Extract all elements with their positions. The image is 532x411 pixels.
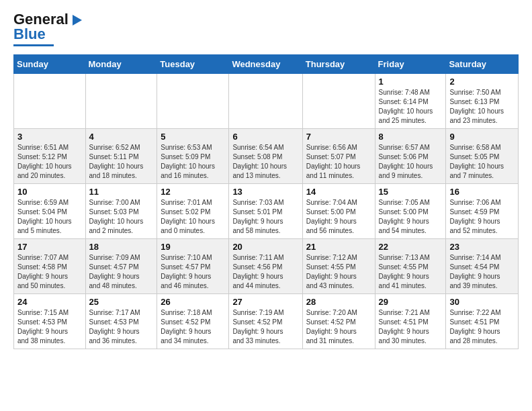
day-number: 3 xyxy=(17,132,82,142)
day-number: 18 xyxy=(89,242,154,252)
calendar-cell: 30Sunrise: 7:22 AM Sunset: 4:51 PM Dayli… xyxy=(446,294,519,349)
day-info: Sunrise: 6:58 AM Sunset: 5:05 PM Dayligh… xyxy=(449,143,515,181)
day-info: Sunrise: 7:50 AM Sunset: 6:13 PM Dayligh… xyxy=(449,88,515,126)
day-info: Sunrise: 6:51 AM Sunset: 5:12 PM Dayligh… xyxy=(17,143,82,181)
calendar-cell xyxy=(229,74,302,129)
calendar-week-4: 17Sunrise: 7:07 AM Sunset: 4:58 PM Dayli… xyxy=(14,239,519,294)
day-number: 15 xyxy=(379,187,443,197)
header: General Blue xyxy=(13,11,519,46)
calendar-cell: 4Sunrise: 6:52 AM Sunset: 5:11 PM Daylig… xyxy=(85,129,157,184)
day-info: Sunrise: 6:59 AM Sunset: 5:04 PM Dayligh… xyxy=(17,198,82,236)
day-number: 6 xyxy=(232,132,298,142)
day-info: Sunrise: 6:56 AM Sunset: 5:07 PM Dayligh… xyxy=(306,143,371,181)
calendar-cell: 13Sunrise: 7:03 AM Sunset: 5:01 PM Dayli… xyxy=(229,184,302,239)
svg-marker-0 xyxy=(73,15,82,26)
day-info: Sunrise: 7:05 AM Sunset: 5:00 PM Dayligh… xyxy=(379,198,443,236)
calendar-cell: 21Sunrise: 7:12 AM Sunset: 4:55 PM Dayli… xyxy=(302,239,375,294)
day-info: Sunrise: 6:57 AM Sunset: 5:06 PM Dayligh… xyxy=(379,143,443,181)
calendar-cell: 7Sunrise: 6:56 AM Sunset: 5:07 PM Daylig… xyxy=(302,129,375,184)
calendar-cell: 15Sunrise: 7:05 AM Sunset: 5:00 PM Dayli… xyxy=(375,184,446,239)
calendar-cell: 8Sunrise: 6:57 AM Sunset: 5:06 PM Daylig… xyxy=(375,129,446,184)
calendar-header-row: SundayMondayTuesdayWednesdayThursdayFrid… xyxy=(14,55,519,74)
day-info: Sunrise: 7:19 AM Sunset: 4:52 PM Dayligh… xyxy=(232,308,298,346)
logo-underline xyxy=(13,44,54,46)
day-header-tuesday: Tuesday xyxy=(157,55,229,74)
day-number: 11 xyxy=(89,187,154,197)
day-header-saturday: Saturday xyxy=(446,55,519,74)
calendar-cell: 27Sunrise: 7:19 AM Sunset: 4:52 PM Dayli… xyxy=(229,294,302,349)
day-number: 20 xyxy=(232,242,298,252)
day-info: Sunrise: 7:03 AM Sunset: 5:01 PM Dayligh… xyxy=(232,198,298,236)
day-header-thursday: Thursday xyxy=(302,55,375,74)
day-number: 30 xyxy=(449,297,515,307)
day-number: 1 xyxy=(379,77,443,87)
day-info: Sunrise: 7:22 AM Sunset: 4:51 PM Dayligh… xyxy=(449,308,515,346)
calendar-cell: 19Sunrise: 7:10 AM Sunset: 4:57 PM Dayli… xyxy=(157,239,229,294)
day-info: Sunrise: 7:14 AM Sunset: 4:54 PM Dayligh… xyxy=(449,253,515,291)
calendar-cell: 24Sunrise: 7:15 AM Sunset: 4:53 PM Dayli… xyxy=(14,294,86,349)
calendar-cell xyxy=(157,74,229,129)
day-info: Sunrise: 7:18 AM Sunset: 4:52 PM Dayligh… xyxy=(161,308,225,346)
calendar-cell xyxy=(14,74,86,129)
calendar-cell: 22Sunrise: 7:13 AM Sunset: 4:55 PM Dayli… xyxy=(375,239,446,294)
calendar-cell xyxy=(85,74,157,129)
calendar-week-1: 1Sunrise: 7:48 AM Sunset: 6:14 PM Daylig… xyxy=(14,74,519,129)
day-number: 14 xyxy=(306,187,371,197)
logo-text-blue: Blue xyxy=(13,26,46,43)
calendar-cell: 6Sunrise: 6:54 AM Sunset: 5:08 PM Daylig… xyxy=(229,129,302,184)
logo: General Blue xyxy=(13,11,83,46)
day-number: 8 xyxy=(379,132,443,142)
calendar-week-5: 24Sunrise: 7:15 AM Sunset: 4:53 PM Dayli… xyxy=(14,294,519,349)
day-number: 27 xyxy=(232,297,298,307)
day-number: 4 xyxy=(89,132,154,142)
day-number: 23 xyxy=(449,242,515,252)
day-number: 28 xyxy=(306,297,371,307)
day-info: Sunrise: 7:01 AM Sunset: 5:02 PM Dayligh… xyxy=(161,198,225,236)
calendar-cell: 17Sunrise: 7:07 AM Sunset: 4:58 PM Dayli… xyxy=(14,239,86,294)
day-info: Sunrise: 7:11 AM Sunset: 4:56 PM Dayligh… xyxy=(232,253,298,291)
day-info: Sunrise: 7:48 AM Sunset: 6:14 PM Dayligh… xyxy=(379,88,443,126)
calendar-cell: 18Sunrise: 7:09 AM Sunset: 4:57 PM Dayli… xyxy=(85,239,157,294)
day-header-wednesday: Wednesday xyxy=(229,55,302,74)
day-number: 17 xyxy=(17,242,82,252)
logo-triangle-icon xyxy=(69,12,83,27)
day-number: 12 xyxy=(161,187,225,197)
day-info: Sunrise: 6:52 AM Sunset: 5:11 PM Dayligh… xyxy=(89,143,154,181)
calendar-cell: 2Sunrise: 7:50 AM Sunset: 6:13 PM Daylig… xyxy=(446,74,519,129)
calendar-week-3: 10Sunrise: 6:59 AM Sunset: 5:04 PM Dayli… xyxy=(14,184,519,239)
calendar-table: SundayMondayTuesdayWednesdayThursdayFrid… xyxy=(13,54,519,349)
day-info: Sunrise: 7:04 AM Sunset: 5:00 PM Dayligh… xyxy=(306,198,371,236)
day-number: 22 xyxy=(379,242,443,252)
day-header-sunday: Sunday xyxy=(14,55,86,74)
day-info: Sunrise: 7:06 AM Sunset: 4:59 PM Dayligh… xyxy=(449,198,515,236)
day-number: 2 xyxy=(449,77,515,87)
day-info: Sunrise: 7:12 AM Sunset: 4:55 PM Dayligh… xyxy=(306,253,371,291)
calendar-cell: 1Sunrise: 7:48 AM Sunset: 6:14 PM Daylig… xyxy=(375,74,446,129)
day-number: 5 xyxy=(161,132,225,142)
day-info: Sunrise: 6:53 AM Sunset: 5:09 PM Dayligh… xyxy=(161,143,225,181)
day-info: Sunrise: 6:54 AM Sunset: 5:08 PM Dayligh… xyxy=(232,143,298,181)
calendar-cell: 28Sunrise: 7:20 AM Sunset: 4:52 PM Dayli… xyxy=(302,294,375,349)
day-number: 19 xyxy=(161,242,225,252)
calendar-cell: 20Sunrise: 7:11 AM Sunset: 4:56 PM Dayli… xyxy=(229,239,302,294)
calendar-cell: 26Sunrise: 7:18 AM Sunset: 4:52 PM Dayli… xyxy=(157,294,229,349)
calendar-cell: 23Sunrise: 7:14 AM Sunset: 4:54 PM Dayli… xyxy=(446,239,519,294)
day-info: Sunrise: 7:00 AM Sunset: 5:03 PM Dayligh… xyxy=(89,198,154,236)
calendar-cell: 10Sunrise: 6:59 AM Sunset: 5:04 PM Dayli… xyxy=(14,184,86,239)
day-info: Sunrise: 7:17 AM Sunset: 4:53 PM Dayligh… xyxy=(89,308,154,346)
day-info: Sunrise: 7:10 AM Sunset: 4:57 PM Dayligh… xyxy=(161,253,225,291)
day-number: 21 xyxy=(306,242,371,252)
calendar-cell: 29Sunrise: 7:21 AM Sunset: 4:51 PM Dayli… xyxy=(375,294,446,349)
calendar-cell xyxy=(302,74,375,129)
day-number: 10 xyxy=(17,187,82,197)
day-info: Sunrise: 7:21 AM Sunset: 4:51 PM Dayligh… xyxy=(379,308,443,346)
calendar-cell: 3Sunrise: 6:51 AM Sunset: 5:12 PM Daylig… xyxy=(14,129,86,184)
calendar-cell: 11Sunrise: 7:00 AM Sunset: 5:03 PM Dayli… xyxy=(85,184,157,239)
calendar-cell: 9Sunrise: 6:58 AM Sunset: 5:05 PM Daylig… xyxy=(446,129,519,184)
day-number: 7 xyxy=(306,132,371,142)
calendar-cell: 14Sunrise: 7:04 AM Sunset: 5:00 PM Dayli… xyxy=(302,184,375,239)
day-number: 25 xyxy=(89,297,154,307)
day-info: Sunrise: 7:13 AM Sunset: 4:55 PM Dayligh… xyxy=(379,253,443,291)
day-number: 26 xyxy=(161,297,225,307)
calendar-cell: 16Sunrise: 7:06 AM Sunset: 4:59 PM Dayli… xyxy=(446,184,519,239)
